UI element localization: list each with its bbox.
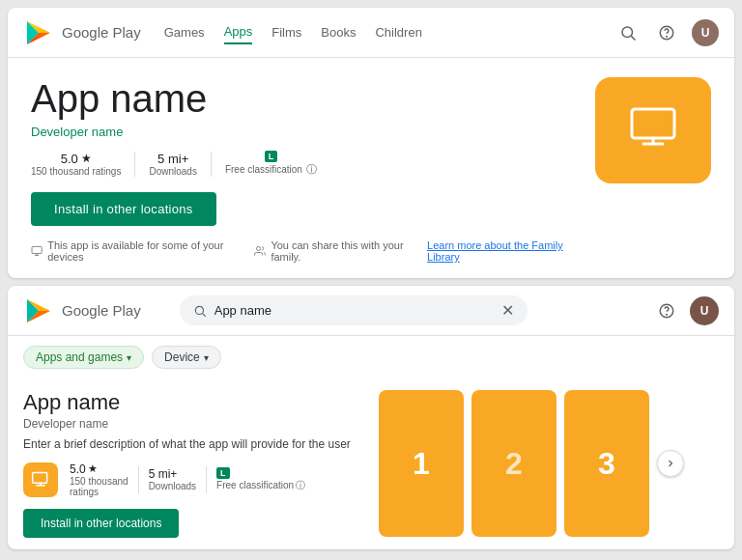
svg-point-11: [195, 306, 203, 314]
bottom-app-title: App name: [23, 390, 363, 415]
free-label: Free classification ⓘ: [225, 162, 317, 177]
app-icon-area: [595, 77, 711, 263]
top-navigation: Games Apps Films Books Children: [164, 20, 614, 44]
bottom-content: App name Developer name Enter a brief de…: [8, 378, 734, 549]
screenshots-area: 1 2 3: [379, 390, 719, 538]
search-icon: [619, 24, 637, 42]
bottom-nav-right: U: [653, 296, 719, 325]
svg-point-14: [667, 314, 668, 315]
bottom-help-button[interactable]: [653, 297, 680, 324]
svg-rect-8: [632, 109, 674, 138]
bottom-downloads-label: Downloads: [149, 481, 196, 491]
monitor-icon: [626, 101, 680, 159]
top-content: App name Developer name 5.0 ★ 150 thousa…: [8, 58, 734, 278]
svg-line-12: [202, 313, 205, 316]
svg-point-7: [257, 246, 261, 250]
search-bar[interactable]: ✕: [180, 295, 528, 325]
logo-area[interactable]: Google Play: [23, 17, 141, 48]
device-icon: [31, 244, 43, 258]
search-button[interactable]: [614, 19, 642, 46]
bottom-downloads-stat: 5 mi+ Downloads: [149, 467, 196, 491]
rating-label: 150 thousand ratings: [31, 166, 121, 177]
category-chevron-icon: ▾: [127, 352, 131, 363]
chevron-right-icon: [665, 458, 676, 469]
bottom-rating-label: 150 thousandratings: [70, 476, 128, 497]
stat-divider-2: [206, 466, 207, 493]
install-button[interactable]: Install in other locations: [31, 192, 216, 226]
stat-divider-1: [138, 466, 139, 493]
nav-children[interactable]: Children: [375, 21, 421, 43]
device-chevron-icon: ▾: [204, 352, 209, 363]
rating-stat: 5.0 ★ 150 thousand ratings: [31, 152, 135, 177]
bottom-stats-row: 5.0 ★ 150 thousandratings 5 mi+ Download…: [23, 462, 363, 497]
device-notice: This app is available for some of your d…: [31, 239, 235, 263]
search-input[interactable]: [214, 303, 494, 318]
classification-value: L: [265, 151, 278, 162]
help-icon: [658, 24, 675, 42]
bottom-panel: Google Play ✕ U Apps and games ▾: [8, 286, 734, 549]
device-filter[interactable]: Device ▾: [152, 346, 221, 369]
family-icon: [254, 244, 266, 258]
nav-films[interactable]: Films: [271, 21, 301, 43]
screenshot-3: 3: [564, 390, 649, 537]
screenshot-1: 1: [379, 390, 464, 537]
bottom-rating-stat: 5.0 ★ 150 thousandratings: [70, 462, 128, 497]
top-nav: Google Play Games Apps Films Books Child…: [8, 8, 734, 58]
bottom-classification-stat: L Free classification ⓘ: [216, 467, 305, 492]
star-icon: ★: [81, 152, 92, 165]
play-logo-icon: [23, 17, 54, 48]
downloads-label: Downloads: [149, 166, 196, 177]
bottom-developer[interactable]: Developer name: [23, 417, 363, 431]
top-nav-right: U: [614, 19, 719, 46]
bottom-user-avatar[interactable]: U: [690, 296, 719, 325]
svg-line-1: [631, 36, 635, 40]
top-panel: Google Play Games Apps Films Books Child…: [8, 8, 734, 278]
nav-books[interactable]: Books: [321, 21, 356, 43]
logo-label: Google Play: [62, 24, 141, 41]
user-avatar[interactable]: U: [692, 19, 719, 46]
category-filter[interactable]: Apps and games ▾: [23, 346, 144, 369]
help-button[interactable]: [653, 19, 680, 46]
svg-rect-15: [33, 472, 47, 483]
bottom-install-button[interactable]: Install in other locations: [23, 509, 179, 538]
bottom-star-icon: ★: [88, 462, 98, 475]
app-icon-large: [595, 77, 711, 183]
svg-rect-4: [32, 246, 42, 253]
app-title: App name: [31, 77, 576, 121]
bottom-stats-inline: 5.0 ★ 150 thousandratings 5 mi+ Download…: [70, 462, 305, 497]
bottom-help-icon: [658, 302, 675, 320]
screenshot-2: 2: [471, 390, 556, 537]
app-info-section: App name Developer name 5.0 ★ 150 thousa…: [31, 77, 576, 263]
bottom-classification-badge: L: [216, 467, 230, 479]
search-clear-button[interactable]: ✕: [501, 301, 514, 320]
downloads-value: 5 mi+: [157, 152, 188, 166]
family-library-link[interactable]: Learn more about the Family Library: [427, 239, 576, 263]
bottom-logo-area[interactable]: Google Play: [23, 295, 141, 326]
bottom-free-label: Free classification ⓘ: [216, 479, 305, 492]
app-description: Enter a brief description of what the ap…: [23, 436, 363, 453]
stats-row: 5.0 ★ 150 thousand ratings 5 mi+ Downloa…: [31, 151, 576, 177]
bottom-info-icon[interactable]: ⓘ: [296, 479, 305, 492]
svg-point-0: [622, 27, 633, 38]
svg-point-3: [667, 36, 668, 37]
bottom-search-icon: [193, 304, 207, 318]
classification-badge: L: [265, 151, 278, 162]
classification-stat: L Free classification ⓘ: [212, 151, 330, 177]
bottom-logo-label: Google Play: [62, 302, 141, 319]
bottom-play-logo-icon: [23, 295, 54, 326]
bottom-app-icon: [23, 462, 58, 497]
developer-link[interactable]: Developer name: [31, 125, 576, 139]
family-notice: You can share this with your family. Lea…: [254, 239, 576, 263]
bottom-info: This app is available for some of your d…: [31, 239, 576, 263]
bottom-nav: Google Play ✕ U: [8, 286, 734, 336]
filter-row: Apps and games ▾ Device ▾: [8, 336, 734, 378]
nav-games[interactable]: Games: [164, 21, 205, 43]
downloads-stat: 5 mi+ Downloads: [135, 152, 211, 177]
bottom-app-info: App name Developer name Enter a brief de…: [23, 390, 363, 538]
info-icon[interactable]: ⓘ: [306, 162, 317, 177]
nav-apps[interactable]: Apps: [224, 20, 253, 44]
rating-value: 5.0 ★: [61, 152, 92, 166]
screenshots-next-button[interactable]: [657, 450, 684, 477]
